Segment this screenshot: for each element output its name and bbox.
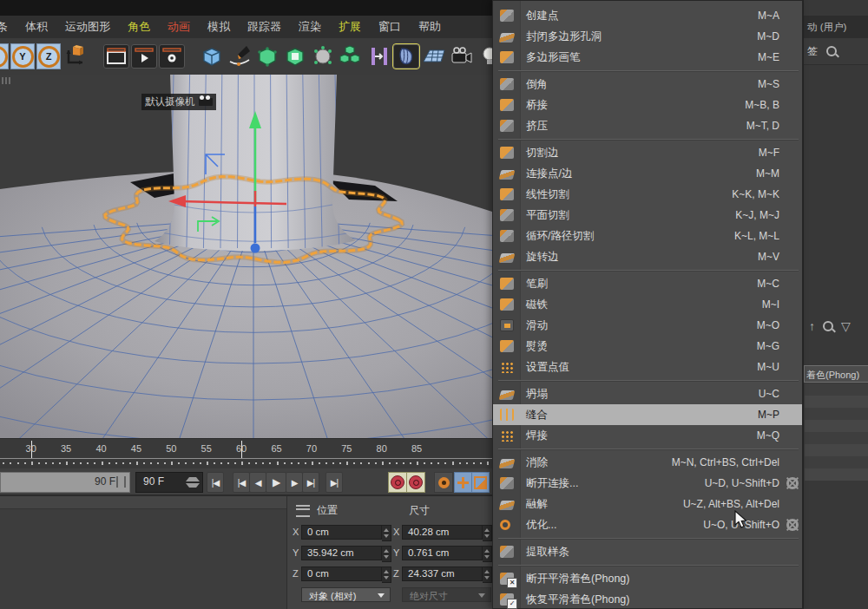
size-x-input[interactable]: 40.28 cm (402, 525, 483, 540)
stepper-arrows[interactable] (382, 566, 391, 583)
menubar-item[interactable]: 动画 (159, 19, 199, 35)
menubar-item[interactable]: 角色 (119, 19, 159, 35)
menu-item-restore-phong-shading[interactable]: ✓恢复平滑着色(Phong) (493, 589, 802, 609)
menu-item-polygon-pen[interactable]: 多边形画笔M~E (493, 47, 802, 68)
record-position-toggle[interactable] (454, 472, 472, 493)
bookmarks-menu-partial[interactable]: 签 (807, 44, 818, 59)
autokey-button[interactable] (406, 472, 425, 493)
menubar-item[interactable]: 条 (0, 19, 16, 35)
menubar-item[interactable]: 运动图形 (56, 19, 119, 35)
position-y-input[interactable]: 35.942 cm (301, 546, 382, 560)
keyframe-selection-button[interactable] (434, 472, 453, 493)
camera-button[interactable] (449, 43, 475, 69)
frame-down-arrow[interactable] (186, 483, 200, 488)
generator-boole-button[interactable] (282, 43, 308, 69)
range-handle[interactable] (116, 476, 126, 488)
position-z-input[interactable]: 0 cm (301, 566, 382, 581)
render-to-picture-viewer-button[interactable] (131, 44, 157, 69)
play-button[interactable]: ▶ (266, 472, 286, 493)
current-frame-field[interactable]: 90 F (135, 472, 203, 493)
size-z-input[interactable]: 24.337 cm (402, 566, 483, 581)
lock-y-axis-button[interactable]: Y (10, 43, 35, 69)
workplane-floor-button[interactable] (421, 43, 447, 69)
lock-x-axis-button[interactable]: X (0, 43, 9, 69)
menu-item-weld[interactable]: 焊接M~Q (493, 425, 802, 446)
stepper-arrows[interactable] (483, 566, 492, 583)
position-x-input[interactable]: 0 cm (301, 525, 382, 540)
lock-z-axis-button[interactable]: Z (36, 43, 61, 69)
goto-start-button[interactable]: |◀ (207, 472, 224, 493)
menu-item-set-point-value[interactable]: 设置点值M~U (493, 357, 802, 377)
3d-viewport[interactable]: 默认摄像机 (0, 75, 492, 438)
menu-item-stitch-and-sew[interactable]: 缝合M~P (493, 404, 802, 425)
subdivision-surface-button[interactable] (254, 43, 280, 69)
record-parameter-toggle[interactable] (471, 472, 490, 493)
menu-item-connect-points-edges[interactable]: 连接点/边M~M (493, 163, 802, 184)
menubar-item[interactable]: 渲染 (290, 19, 330, 35)
spline-pen-button[interactable] (227, 43, 253, 69)
coordinate-mode-dropdown[interactable]: 对象 (相对) (301, 587, 391, 602)
goto-end-button[interactable]: ▶| (326, 472, 343, 493)
record-keyframe-button[interactable] (388, 472, 407, 493)
menubar-item[interactable]: 窗口 (370, 19, 410, 35)
prev-key-button[interactable]: |◀ (233, 472, 250, 493)
menubar-item[interactable]: 模拟 (199, 19, 239, 35)
menubar-item[interactable]: 体积 (16, 19, 56, 35)
menu-item-magnet[interactable]: 磁铁M~I (493, 294, 802, 315)
menu-item-create-point[interactable]: 创建点M~A (493, 5, 802, 26)
prev-frame-button[interactable]: ◀ (249, 472, 266, 493)
menu-item-linear-cut[interactable]: 线性切割K~K, M~K (493, 184, 802, 205)
menu-item-collapse[interactable]: 坍塌U~C (493, 383, 802, 404)
add-cube-primitive-button[interactable] (199, 43, 225, 69)
frame-up-arrow[interactable] (186, 477, 200, 481)
render-view-button[interactable] (103, 44, 129, 69)
menubar-item[interactable]: 帮助 (410, 19, 450, 35)
filter-funnel-icon[interactable]: ▽ (841, 319, 851, 333)
menu-item-rotate-edge[interactable]: 旋转边M~V (493, 246, 802, 267)
coordinate-system-icon[interactable] (63, 43, 89, 69)
menu-item-extrude[interactable]: 挤压M~T, D (493, 115, 802, 136)
coordinates-menu-icon[interactable] (296, 505, 310, 517)
search-icon[interactable] (826, 46, 837, 56)
menubar-item[interactable]: 跟踪器 (239, 19, 290, 35)
stepper-arrows[interactable] (483, 525, 492, 541)
layout-switcher[interactable]: 动 (用户) (804, 16, 868, 38)
menu-item-melt[interactable]: 融解U~Z, Alt+BS, Alt+Del (493, 494, 802, 514)
menubar-item[interactable]: 扩展 (330, 19, 370, 35)
menu-item-extract-spline[interactable]: 提取样条 (493, 541, 802, 562)
preview-range-slider[interactable]: 90 F (0, 472, 130, 493)
menu-item-bridge[interactable]: 桥接M~B, B (493, 95, 802, 115)
gear-icon[interactable] (786, 477, 799, 489)
size-y-input[interactable]: 0.761 cm (402, 546, 483, 560)
next-key-button[interactable]: ▶| (302, 472, 319, 493)
menu-item-brush[interactable]: 笔刷M~C (493, 273, 802, 294)
gear-icon[interactable] (786, 519, 799, 531)
active-shell-tool-button[interactable] (393, 44, 419, 69)
up-arrow-icon[interactable]: ↑ (809, 319, 815, 333)
array-cloner-button[interactable] (338, 43, 364, 69)
stepper-arrows[interactable] (382, 546, 391, 562)
menu-item-eliminate[interactable]: 消除M~N, Ctrl+BS, Ctrl+Del (493, 452, 802, 473)
size-mode-dropdown[interactable]: 绝对尺寸 (402, 587, 491, 602)
ruler-tick (262, 462, 264, 464)
stepper-arrows[interactable] (483, 546, 492, 562)
menu-item-disconnect[interactable]: 断开连接...U~D, U~Shift+D (493, 473, 802, 494)
viewport-filter-icon[interactable] (2, 77, 12, 84)
render-settings-button[interactable] (159, 44, 185, 69)
search-icon[interactable] (823, 321, 833, 331)
next-frame-button[interactable]: ▶ (286, 472, 303, 493)
menu-item-optimize[interactable]: 优化...U~O, U~Shift+O (493, 514, 802, 535)
menu-item-loop-path-cut[interactable]: 循环/路径切割K~L, M~L (493, 226, 802, 246)
menu-item-plane-cut[interactable]: 平面切割K~J, M~J (493, 205, 802, 226)
timeline-ruler[interactable]: 303540455055606570758085 (0, 438, 492, 469)
menu-item-break-phong-shading[interactable]: ✕断开平滑着色(Phong) (493, 568, 802, 589)
menu-item-slide[interactable]: 滑动M~O (493, 315, 802, 336)
volume-builder-button[interactable] (310, 43, 336, 69)
menu-item-cut-edge[interactable]: 切割边M~F (493, 142, 802, 163)
menu-item-bevel[interactable]: 倒角M~S (493, 74, 802, 95)
stepper-arrows[interactable] (382, 525, 391, 541)
spline-mask-button[interactable] (365, 43, 391, 69)
menu-item-iron[interactable]: 熨烫M~G (493, 336, 802, 357)
menu-item-close-polygon-hole[interactable]: 封闭多边形孔洞M~D (493, 26, 802, 47)
material-manager-panel[interactable] (0, 494, 286, 609)
